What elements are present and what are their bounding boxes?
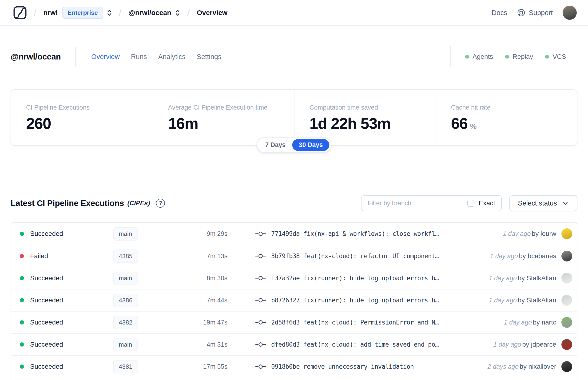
cipe-row[interactable]: Succeeded main 8m 30s f37a32ae fix(runne… [11,267,577,289]
tab-runs[interactable]: Runs [131,53,147,61]
commit-message[interactable]: f37a32ae fix(runner): hide log upload er… [271,275,439,282]
enterprise-badge: Enterprise [62,7,103,19]
cipe-subtitle: (CIPEs) [127,200,150,207]
cipe-row[interactable]: Succeeded main 4m 31s dfed80d3 feat(nx-c… [11,333,577,355]
cipe-table: Succeeded main 9m 29s 771499da fix(nx-ap… [11,222,577,380]
time-ago-label: 1 day ago [493,341,521,348]
avatar[interactable] [561,273,572,284]
stats-card-row: CI Pipeline Executions 260 Average CI Pi… [11,89,577,146]
git-commit-icon [255,342,266,347]
status-label: Succeeded [30,274,63,282]
avatar[interactable] [561,295,572,306]
commit-message[interactable]: 2d58f6d3 feat(nx-cloud): PermissionError… [271,319,439,326]
author-label[interactable]: by jdpearce [522,341,556,348]
cipe-row[interactable]: Succeeded 4382 19m 47s 2d58f6d3 feat(nx-… [11,311,577,333]
avatar[interactable] [561,251,572,262]
status-dot-icon [20,254,24,258]
author-label[interactable]: by bcabanes [519,252,556,260]
row-meta: 1 day ago by bcabanes [490,252,556,260]
branch-filter-group: Exact [361,195,502,211]
git-commit-icon [255,298,266,303]
green-dot-icon [505,55,509,58]
status-label: Failed [30,252,48,260]
range-7-days-button[interactable]: 7 Days [259,139,292,151]
branch-badge[interactable]: main [113,272,138,285]
tab-overview[interactable]: Overview [91,53,120,61]
branch-badge[interactable]: 4385 [113,249,138,263]
duration-label: 17m 55s [150,363,228,370]
duration-label: 7m 44s [150,297,228,304]
breadcrumb-separator: / [119,8,122,18]
feature-status-indicators: Agents Replay VCS [465,53,566,60]
breadcrumb-workspace[interactable]: @nrwl/ocean [128,9,171,17]
avatar[interactable] [561,339,572,350]
avatar[interactable] [561,361,572,372]
author-label[interactable]: by StalkAltan [518,297,556,304]
duration-label: 19m 47s [150,319,228,326]
status-vcs[interactable]: VCS [545,53,566,60]
support-link[interactable]: Support [517,8,553,17]
org-switcher-icon[interactable] [107,8,112,17]
breadcrumb-separator: / [34,8,37,18]
cipe-row[interactable]: Succeeded 4381 17m 55s 0918b0be remove u… [11,355,577,378]
nx-cloud-logo-icon[interactable] [13,6,27,19]
status-dot-icon [20,298,24,303]
git-commit-icon [255,253,266,259]
lifebuoy-icon [517,8,525,17]
branch-badge[interactable]: 4381 [113,360,138,373]
exact-checkbox[interactable] [467,200,474,207]
cipe-row[interactable]: Failed 4385 7m 13s 3b79fb38 feat(nx-clou… [11,245,577,267]
status-dot-icon [20,232,24,236]
duration-label: 4m 31s [150,341,228,348]
breadcrumb-separator: / [187,8,190,18]
branch-badge[interactable]: main [113,338,138,351]
divider [450,46,451,67]
author-label[interactable]: by StalkAltan [518,274,556,282]
commit-message[interactable]: 0918b0be remove unnecessary invalidation [271,363,414,370]
branch-filter-input[interactable] [361,196,461,211]
status-label: Succeeded [30,363,63,370]
cipe-title: Latest CI Pipeline Executions [11,198,124,208]
green-dot-icon [545,55,549,58]
commit-message[interactable]: dfed80d3 feat(nx-cloud): add time-saved … [271,341,439,348]
avatar[interactable] [561,317,572,328]
git-commit-icon [255,364,266,369]
row-meta: 1 day ago by nartc [504,319,556,326]
docs-link[interactable]: Docs [492,9,507,17]
tab-analytics[interactable]: Analytics [158,53,186,61]
commit-message[interactable]: 3b79fb38 feat(nx-cloud): refactor UI com… [271,252,439,260]
divider [75,47,76,67]
status-dot-icon [20,276,24,280]
cipe-row[interactable]: Succeeded 4386 7m 44s b8726327 fix(runne… [11,289,577,311]
branch-badge[interactable]: 4386 [113,294,138,307]
user-avatar[interactable] [563,6,577,20]
author-label[interactable]: by nartc [533,319,556,326]
duration-label: 7m 13s [150,252,228,260]
duration-label: 8m 30s [150,275,228,282]
cipe-row[interactable]: Succeeded main 9m 29s 771499da fix(nx-ap… [11,223,577,245]
breadcrumb-org[interactable]: nrwl [43,9,58,17]
topbar: / nrwl Enterprise / @nrwl/ocean / Overvi… [0,0,588,26]
author-label[interactable]: by nixallover [520,363,556,370]
exact-label: Exact [479,199,495,207]
git-commit-icon [255,231,266,237]
avatar[interactable] [561,228,572,239]
commit-message[interactable]: 771499da fix(nx-api & workflows): close … [271,230,439,237]
range-30-days-button[interactable]: 30 Days [292,139,329,151]
status-label: Succeeded [30,319,63,326]
status-replay[interactable]: Replay [505,53,533,60]
help-icon[interactable]: ? [156,199,165,208]
tab-settings[interactable]: Settings [197,53,222,61]
cipe-section-header: Latest CI Pipeline Executions (CIPEs) ? … [11,195,577,211]
status-select-dropdown[interactable]: Select status [509,195,577,211]
author-label[interactable]: by lourw [532,230,556,237]
status-dot-icon [20,320,24,324]
status-agents[interactable]: Agents [465,53,493,60]
time-ago-label: 1 day ago [490,252,518,260]
time-ago-label: 1 day ago [503,230,531,237]
workspace-switcher-icon[interactable] [175,8,180,17]
branch-badge[interactable]: main [113,227,138,241]
commit-message[interactable]: b8726327 fix(runner): hide log upload er… [271,297,439,304]
branch-badge[interactable]: 4382 [113,316,138,329]
stat-cache-hit-rate: Cache hit rate 66% [436,90,577,145]
